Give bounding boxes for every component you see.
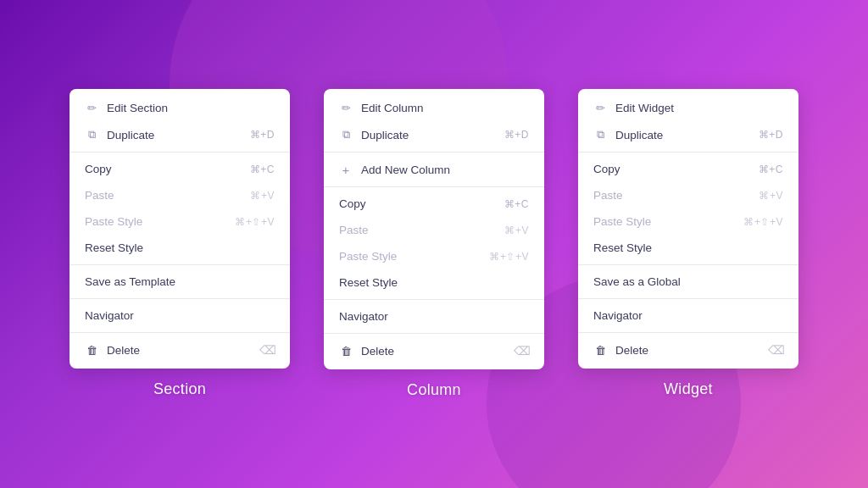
menu-item-left-column-navigator: Navigator [339,310,388,323]
menu-item-column-paste-style: Paste Style⌘+⇧+V [324,243,544,269]
divider-column-div2 [324,299,544,300]
menu-item-label-section-reset-style: Reset Style [85,241,143,254]
pencil-icon [593,101,607,114]
menu-item-shortcut-column-paste: ⌘+V [504,225,529,236]
context-menu-column: Edit ColumnDuplicate⌘+DAdd New ColumnCop… [324,89,544,369]
menu-item-left-column-add-column: Add New Column [339,163,450,176]
panel-label-widget: Widget [664,380,713,398]
menu-item-column-paste: Paste⌘+V [324,217,544,243]
menu-item-widget-edit[interactable]: Edit Widget [578,94,798,121]
menu-item-label-section-delete: Delete [107,344,140,357]
menu-item-column-add-column[interactable]: Add New Column [324,156,544,183]
menu-item-label-column-paste: Paste [339,224,369,236]
menu-item-column-delete[interactable]: Delete [324,337,544,364]
divider-widget-div1 [578,152,798,152]
menu-item-left-column-paste: Paste [339,224,369,236]
menu-item-left-column-duplicate: Duplicate [339,128,409,141]
menu-item-widget-reset-style[interactable]: Reset Style [578,235,798,261]
menu-item-shortcut-column-paste-style: ⌘+⇧+V [489,251,529,263]
menu-item-label-column-copy: Copy [339,197,366,210]
divider-column-div3 [324,333,544,334]
menu-item-shortcut-widget-duplicate: ⌘+D [759,129,783,141]
menu-item-label-column-navigator: Navigator [339,310,388,323]
menu-item-label-section-duplicate: Duplicate [107,129,154,141]
menu-item-widget-copy[interactable]: Copy⌘+C [578,156,798,182]
panels-container: Edit SectionDuplicate⌘+DCopy⌘+CPaste⌘+VP… [70,89,798,399]
menu-item-label-section-navigator: Navigator [85,309,134,322]
menu-item-left-column-edit: Edit Column [339,101,424,114]
menu-item-left-section-save-template: Save as Template [85,275,175,288]
menu-item-shortcut-column-duplicate: ⌘+D [504,129,529,141]
menu-item-widget-duplicate[interactable]: Duplicate⌘+D [578,121,798,148]
menu-item-widget-delete[interactable]: Delete [578,336,798,363]
menu-item-column-copy[interactable]: Copy⌘+C [324,191,544,217]
menu-item-left-widget-edit: Edit Widget [593,101,674,114]
menu-item-widget-navigator[interactable]: Navigator [578,302,798,329]
menu-item-shortcut-widget-paste: ⌘+V [759,190,783,202]
menu-item-shortcut-widget-paste-style: ⌘+⇧+V [743,216,783,228]
menu-item-left-section-delete: Delete [85,343,140,357]
menu-item-widget-paste-style: Paste Style⌘+⇧+V [578,208,798,235]
trash-icon [593,343,607,357]
panel-wrapper-column: Edit ColumnDuplicate⌘+DAdd New ColumnCop… [324,89,544,399]
menu-item-section-navigator[interactable]: Navigator [70,302,290,329]
menu-item-label-section-paste: Paste [85,189,114,202]
menu-item-label-column-edit: Edit Column [361,102,424,114]
context-menu-section: Edit SectionDuplicate⌘+DCopy⌘+CPaste⌘+VP… [70,89,290,369]
menu-item-shortcut-column-copy: ⌘+C [504,198,529,210]
menu-item-column-navigator[interactable]: Navigator [324,303,544,330]
menu-item-section-duplicate[interactable]: Duplicate⌘+D [70,121,290,148]
menu-item-section-reset-style[interactable]: Reset Style [70,235,290,261]
panel-wrapper-section: Edit SectionDuplicate⌘+DCopy⌘+CPaste⌘+VP… [70,89,290,398]
menu-item-left-column-reset-style: Reset Style [339,276,398,289]
menu-item-left-widget-reset-style: Reset Style [593,241,652,254]
panel-label-section: Section [153,380,206,398]
menu-item-label-section-edit: Edit Section [107,102,168,114]
menu-item-label-widget-copy: Copy [593,163,620,175]
menu-item-left-column-copy: Copy [339,197,366,210]
menu-item-widget-save-global[interactable]: Save as a Global [578,269,798,295]
menu-item-label-column-delete: Delete [361,345,394,358]
menu-item-left-column-delete: Delete [339,344,394,358]
menu-item-shortcut-section-paste: ⌘+V [250,190,275,202]
menu-item-left-widget-copy: Copy [593,163,620,175]
menu-item-left-column-paste-style: Paste Style [339,250,397,263]
menu-item-left-section-copy: Copy [85,163,112,175]
menu-item-column-duplicate[interactable]: Duplicate⌘+D [324,121,544,148]
duplicate-icon [339,128,353,141]
plus-icon [339,163,353,176]
menu-item-left-widget-delete: Delete [593,343,648,357]
pencil-icon [339,101,353,114]
menu-item-column-reset-style[interactable]: Reset Style [324,269,544,296]
menu-item-column-edit[interactable]: Edit Column [324,94,544,121]
menu-item-left-section-edit: Edit Section [85,101,168,114]
menu-item-label-column-add-column: Add New Column [361,164,450,176]
menu-item-label-column-paste-style: Paste Style [339,250,397,263]
menu-item-section-paste: Paste⌘+V [70,182,290,208]
menu-item-section-edit[interactable]: Edit Section [70,94,290,121]
menu-item-label-widget-delete: Delete [615,344,648,357]
menu-item-label-section-copy: Copy [85,163,112,175]
menu-item-section-save-template[interactable]: Save as Template [70,269,290,295]
menu-item-left-section-navigator: Navigator [85,309,134,322]
menu-item-section-delete[interactable]: Delete [70,336,290,363]
delete-key-icon [515,344,529,358]
menu-item-label-widget-reset-style: Reset Style [593,241,652,254]
menu-item-label-column-reset-style: Reset Style [339,276,398,289]
menu-item-left-widget-save-global: Save as a Global [593,275,681,288]
divider-widget-div4 [578,332,798,333]
menu-item-shortcut-section-duplicate: ⌘+D [250,129,275,141]
trash-icon [339,344,353,358]
menu-item-widget-paste: Paste⌘+V [578,182,798,208]
menu-item-shortcut-section-paste-style: ⌘+⇧+V [235,216,275,228]
menu-item-label-widget-edit: Edit Widget [615,102,674,114]
divider-section-div1 [70,152,290,152]
divider-widget-div3 [578,298,798,299]
duplicate-icon [593,128,607,141]
menu-item-section-copy[interactable]: Copy⌘+C [70,156,290,182]
menu-item-left-widget-duplicate: Duplicate [593,128,663,141]
menu-item-label-section-save-template: Save as Template [85,275,175,288]
menu-item-label-widget-save-global: Save as a Global [593,275,681,288]
menu-item-left-widget-paste: Paste [593,189,623,202]
menu-item-left-section-duplicate: Duplicate [85,128,154,141]
